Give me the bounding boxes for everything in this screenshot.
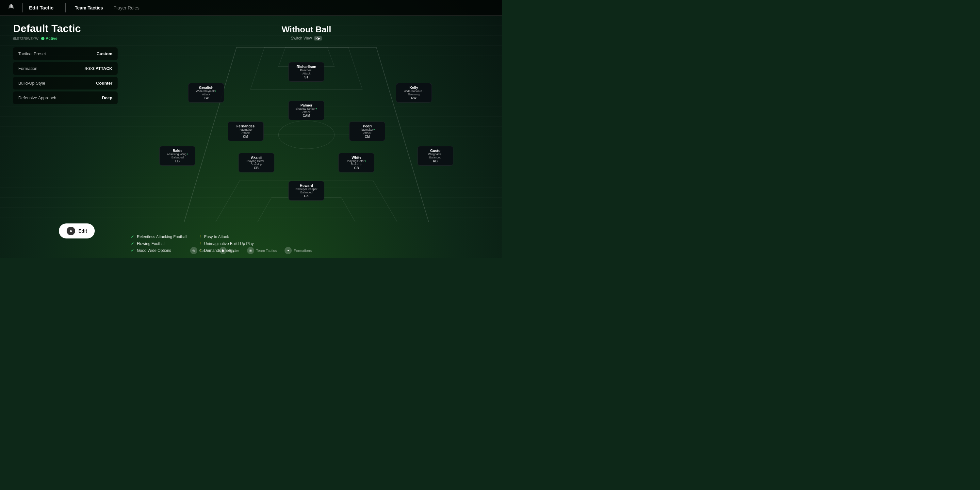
player-name: Akanji (242, 156, 271, 159)
team-tactics-tab[interactable]: Team Tactics (72, 4, 106, 12)
roster-label: Roster (229, 248, 239, 253)
player-position: CB (242, 166, 271, 170)
player-role: Playmaker (231, 128, 260, 131)
tactic-subtitle: 6kS?ZRfWZYW Active (13, 36, 118, 41)
formations-icon: ● (285, 247, 292, 254)
warning-2-text: Unimaginative Build-Up Play (204, 242, 254, 246)
player-role: Playing Defer+ (342, 159, 371, 163)
player-position: CAM (292, 114, 321, 118)
player-card-howard[interactable]: Howard Sweeper Keeper Balanced GK (288, 181, 325, 200)
bottom-nav-colours[interactable]: ◎ Colours (190, 247, 212, 254)
defensive-label: Defensive Approach (18, 95, 56, 100)
player-role: Wingback+ (421, 153, 450, 156)
check-icon-1: ✓ (130, 234, 134, 239)
player-role: Sweeper Keeper (292, 188, 321, 191)
player-mentality: Attack (292, 110, 321, 114)
player-role: Playmaker+ (353, 128, 382, 131)
player-card-gusto[interactable]: Gusto Wingback+ Balanced RB (417, 146, 453, 165)
teamtactics-icon: ⊞ (247, 247, 254, 254)
colours-icon: ◎ (190, 247, 197, 254)
formations-label: Formations (294, 248, 312, 253)
colours-label: Colours (199, 248, 212, 253)
without-ball-title: Without Ball (111, 24, 502, 35)
player-card-balde[interactable]: Balde Attacking Wing+ Balanced LB (159, 146, 195, 165)
player-card-palmer[interactable]: Palmer Shadow Striker+ Attack CAM (288, 100, 325, 120)
player-role: Wide Playmak+ (192, 89, 221, 93)
feedback-positive-2: ✓ Flowing Football (130, 241, 187, 246)
buildup-label: Build-Up Style (18, 81, 45, 86)
player-name: Howard (292, 184, 321, 188)
r-badge: R▶ (314, 36, 322, 40)
player-mentality: Roaming (399, 93, 428, 96)
preset-value: Custom (97, 51, 112, 56)
player-role: Shadow Striker+ (292, 107, 321, 110)
player-name: Grealish (192, 86, 221, 89)
buildup-row[interactable]: Build-Up Style Counter (13, 77, 118, 89)
player-position: RW (399, 96, 428, 100)
player-mentality: Attack (231, 131, 260, 135)
positive-2-text: Flowing Football (137, 242, 165, 246)
player-name: Palmer (292, 103, 321, 107)
player-mentality: Balanced (292, 191, 321, 194)
buildup-value: Counter (96, 81, 112, 86)
formation-label: Formation (18, 66, 38, 71)
player-name: Kelly (399, 86, 428, 89)
player-name: Gusto (421, 149, 450, 153)
player-name: Balde (163, 149, 192, 153)
player-card-white[interactable]: White Playing Defer+ Build-Up CB (339, 153, 374, 172)
player-card-kelly[interactable]: Kelly Wide Forward+ Roaming RW (396, 83, 432, 103)
players-container: Richarlison Poacher+ Attack ST Grealish … (127, 48, 485, 222)
player-position: RB (421, 159, 450, 163)
player-roles-tab[interactable]: Player Roles (111, 4, 142, 12)
player-mentality: Build-Up (242, 163, 271, 166)
tactical-preset-row[interactable]: Tactical Preset Custom (13, 48, 118, 60)
switch-view[interactable]: Switch View R▶ (111, 36, 502, 40)
feedback-warning-1: ! Easy to Attack (200, 234, 254, 239)
player-card-grealish[interactable]: Grealish Wide Playmak+ Attack LW (188, 83, 224, 103)
player-mentality: Balanced (163, 156, 192, 159)
player-name: White (342, 156, 371, 159)
bottom-nav-teamtactics[interactable]: ⊞ Team Tactics (247, 247, 277, 254)
active-badge: Active (41, 36, 57, 41)
player-mentality: Attack (192, 93, 221, 96)
player-mentality: Attack (292, 72, 321, 75)
player-role: Wide Forward+ (399, 89, 428, 93)
player-role: Attacking Wing+ (163, 153, 192, 156)
player-card-fernandes[interactable]: Fernandes Playmaker Attack CM (228, 121, 264, 141)
bottom-navigation: ◎ Colours ▣ Roster ⊞ Team Tactics ● Form… (0, 247, 502, 254)
edit-label: Edit (78, 228, 87, 234)
defensive-value: Deep (102, 95, 112, 100)
teamtactics-label: Team Tactics (256, 248, 277, 253)
tactic-title: Default Tactic (13, 23, 118, 34)
player-card-pedri[interactable]: Pedri Playmaker+ Attack CM (349, 121, 385, 141)
positive-1-text: Relentless Attacking Football (137, 235, 187, 239)
player-position: LB (163, 159, 192, 163)
player-mentality: Build-Up (342, 163, 371, 166)
edit-button[interactable]: A Edit (59, 223, 95, 239)
player-role: Playing Defer+ (242, 159, 271, 163)
bottom-nav-roster[interactable]: ▣ Roster (220, 247, 239, 254)
player-name: Fernandes (231, 124, 260, 128)
player-mentality: Balanced (421, 156, 450, 159)
formation-value: 4-3-3 ATTACK (84, 66, 112, 71)
player-position: LW (192, 96, 221, 100)
player-position: CM (231, 135, 260, 138)
player-card-akanji[interactable]: Akanji Playing Defer+ Build-Up CB (239, 153, 274, 172)
player-position: ST (292, 75, 321, 79)
defensive-row[interactable]: Defensive Approach Deep (13, 91, 118, 104)
player-role: Poacher+ (292, 68, 321, 72)
switch-view-label: Switch View (291, 36, 312, 40)
pitch-area: Without Ball Switch View R▶ Richarlison (111, 18, 502, 258)
player-position: GK (292, 194, 321, 198)
warn-icon-1: ! (200, 234, 202, 239)
avatar: A (67, 227, 75, 235)
left-panel: Default Tactic 6kS?ZRfWZYW Active Tactic… (13, 23, 118, 106)
player-position: CB (342, 166, 371, 170)
formation-row[interactable]: Formation 4-3-3 ATTACK (13, 62, 118, 75)
player-name: Pedri (353, 124, 382, 128)
bottom-nav-formations[interactable]: ● Formations (285, 247, 312, 254)
active-label: Active (46, 36, 57, 41)
preset-label: Tactical Preset (18, 51, 46, 56)
active-dot (41, 37, 45, 40)
player-card-richarlison[interactable]: Richarlison Poacher+ Attack ST (288, 62, 325, 82)
